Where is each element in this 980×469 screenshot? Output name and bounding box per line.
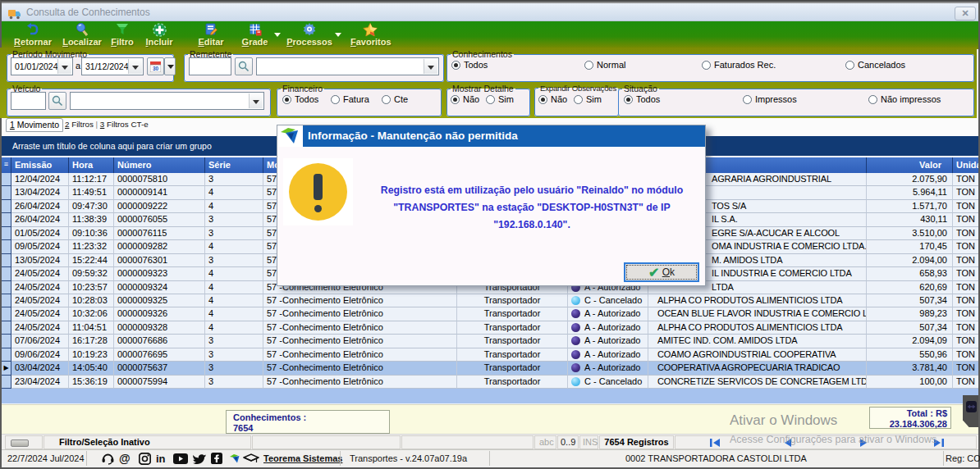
svg-text:30: 30	[153, 66, 159, 71]
